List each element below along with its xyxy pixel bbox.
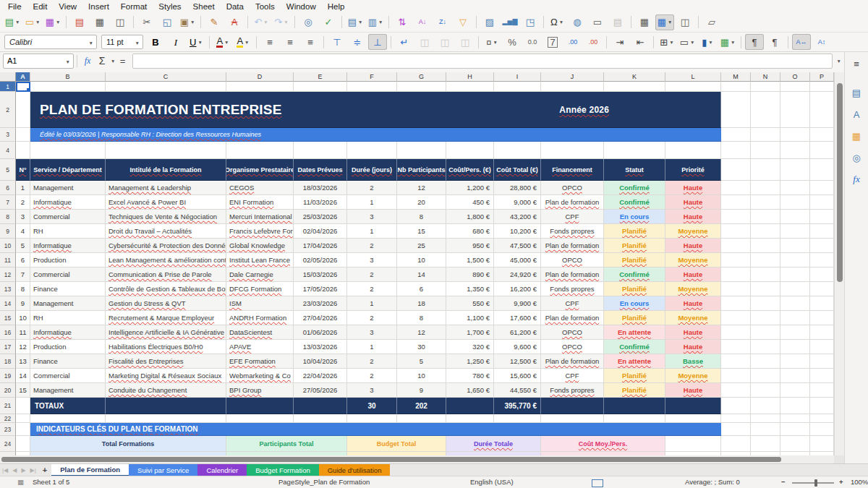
- print-button[interactable]: ▦: [90, 14, 109, 30]
- menu-insert[interactable]: Insert: [82, 1, 115, 12]
- row-header-19[interactable]: 19: [0, 369, 16, 383]
- selection-mode-icon[interactable]: [592, 479, 603, 488]
- totals-cell[interactable]: [294, 398, 347, 414]
- table-cell[interactable]: Planifié: [604, 224, 665, 239]
- empty-cell[interactable]: [665, 82, 721, 92]
- empty-cell[interactable]: [721, 423, 751, 436]
- table-header-2[interactable]: Intitulé de la Formation: [106, 159, 226, 181]
- table-cell[interactable]: 320 €: [446, 340, 494, 354]
- table-cell[interactable]: 3: [347, 253, 397, 267]
- table-cell[interactable]: 2: [16, 195, 30, 210]
- table-cell[interactable]: 12,500 €: [494, 354, 541, 369]
- empty-cell[interactable]: [810, 423, 834, 436]
- table-header-5[interactable]: Durée (jours): [347, 159, 397, 181]
- empty-cell[interactable]: [494, 82, 541, 92]
- empty-cell[interactable]: [226, 82, 294, 92]
- table-cell[interactable]: 16,200 €: [494, 282, 541, 296]
- table-cell[interactable]: Planifié: [604, 311, 665, 325]
- cut-button[interactable]: ✂: [137, 14, 156, 30]
- highlighting-color-dropdown-icon[interactable]: ▼: [244, 40, 249, 45]
- empty-cell[interactable]: [665, 414, 721, 423]
- table-cell[interactable]: 10,200 €: [494, 224, 541, 239]
- horizontal-scrollbar[interactable]: [0, 455, 834, 463]
- table-cell[interactable]: 9,600 €: [494, 340, 541, 354]
- table-cell[interactable]: 02/04/2026: [294, 224, 347, 239]
- table-cell[interactable]: 43,200 €: [494, 210, 541, 224]
- empty-cell[interactable]: [721, 282, 751, 296]
- empty-cell[interactable]: [721, 340, 751, 354]
- table-cell[interactable]: 13: [16, 354, 30, 369]
- select-all-corner[interactable]: [0, 72, 16, 82]
- menu-help[interactable]: Help: [322, 1, 351, 12]
- table-cell[interactable]: 02/05/2026: [294, 253, 347, 267]
- clear-formatting-button[interactable]: A: [225, 14, 244, 30]
- empty-cell[interactable]: [780, 195, 810, 210]
- empty-cell[interactable]: [751, 92, 780, 128]
- totals-cell[interactable]: 202: [397, 398, 446, 414]
- table-cell[interactable]: Confirmé: [604, 181, 665, 195]
- table-cell[interactable]: 1,250 €: [446, 354, 494, 369]
- horizontal-scrollbar-thumb[interactable]: [1, 457, 781, 462]
- menu-data[interactable]: Data: [221, 1, 250, 12]
- text-direction-right-to-left-button[interactable]: ¶: [765, 34, 784, 50]
- menu-styles[interactable]: Styles: [153, 1, 187, 12]
- table-cell[interactable]: CPF: [541, 210, 604, 224]
- empty-cell[interactable]: [810, 195, 834, 210]
- table-cell[interactable]: 780 €: [446, 369, 494, 383]
- empty-cell[interactable]: [780, 142, 810, 159]
- table-cell[interactable]: Droit du Travail – Actualités: [106, 224, 226, 239]
- column-header-L[interactable]: L: [665, 72, 721, 82]
- empty-cell[interactable]: [294, 142, 347, 159]
- table-cell[interactable]: Informatique: [30, 239, 106, 253]
- table-cell[interactable]: Global Knowledge: [226, 239, 294, 253]
- zoom-slider[interactable]: [792, 482, 834, 484]
- table-cell[interactable]: 17/04/2026: [294, 239, 347, 253]
- empty-cell[interactable]: [751, 210, 780, 224]
- table-cell[interactable]: Confirmé: [604, 340, 665, 354]
- column-header-M[interactable]: M: [721, 72, 751, 82]
- align-right-button[interactable]: ≡: [301, 34, 320, 50]
- empty-cell[interactable]: [16, 436, 30, 452]
- empty-cell[interactable]: [810, 267, 834, 282]
- row-header-15[interactable]: 15: [0, 311, 16, 325]
- empty-cell[interactable]: [751, 224, 780, 239]
- row-header-1[interactable]: 1: [0, 82, 16, 92]
- indicators-banner-cell[interactable]: INDICATEURS CLÉS DU PLAN DE FORMATION: [30, 423, 721, 436]
- column-header-J[interactable]: J: [541, 72, 604, 82]
- table-cell[interactable]: 5: [397, 354, 446, 369]
- empty-cell[interactable]: [721, 414, 751, 423]
- table-cell[interactable]: 45,000 €: [494, 253, 541, 267]
- empty-cell[interactable]: [751, 354, 780, 369]
- empty-cell[interactable]: [810, 369, 834, 383]
- row-header-10[interactable]: 10: [0, 239, 16, 253]
- table-cell[interactable]: 18/03/2026: [294, 181, 347, 195]
- empty-cell[interactable]: [780, 398, 810, 414]
- paste-button[interactable]: ▣▼: [178, 14, 197, 30]
- table-cell[interactable]: 5: [16, 239, 30, 253]
- table-cell[interactable]: ISM: [226, 296, 294, 311]
- empty-cell[interactable]: [721, 181, 751, 195]
- table-cell[interactable]: En attente: [604, 325, 665, 340]
- subtitle-banner-cell[interactable]: Édité le 03/03/2026 | Responsable RH : D…: [30, 128, 721, 142]
- freeze-rows-and-columns-button[interactable]: ▦▼: [655, 14, 674, 30]
- row-header-9[interactable]: 9: [0, 224, 16, 239]
- table-cell[interactable]: 2: [347, 267, 397, 282]
- table-cell[interactable]: 1,700 €: [446, 325, 494, 340]
- add-sheet-button[interactable]: +: [38, 466, 51, 474]
- table-cell[interactable]: BPI Group: [226, 383, 294, 398]
- function-wizard-icon[interactable]: fx: [80, 53, 95, 68]
- align-top-button[interactable]: ⊤: [328, 34, 346, 50]
- row-header-21[interactable]: 21: [0, 398, 16, 414]
- table-cell[interactable]: 12: [397, 181, 446, 195]
- add-decimal-place-button[interactable]: .00: [563, 34, 582, 50]
- column-dropdown-icon[interactable]: ▼: [378, 20, 383, 25]
- column-header-P[interactable]: P: [810, 72, 834, 82]
- table-cell[interactable]: 24,920 €: [494, 267, 541, 282]
- table-cell[interactable]: Moyenne: [665, 224, 721, 239]
- table-cell[interactable]: 61,200 €: [494, 325, 541, 340]
- empty-cell[interactable]: [810, 340, 834, 354]
- empty-cell[interactable]: [30, 142, 106, 159]
- redo-dropdown-icon[interactable]: ▼: [284, 20, 288, 25]
- table-cell[interactable]: Production: [30, 340, 106, 354]
- special-character-button[interactable]: Ω▼: [548, 14, 566, 30]
